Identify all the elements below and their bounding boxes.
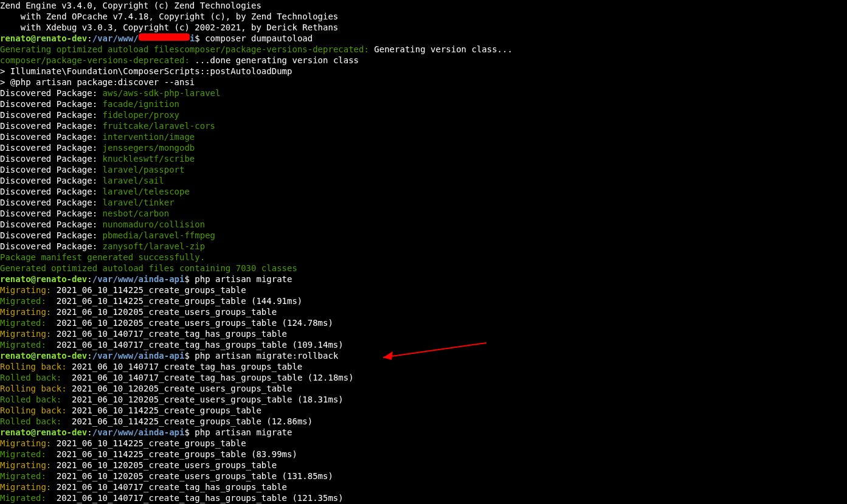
package-discover: > @php artisan package:discover --ansi [0, 77, 195, 87]
migration-line: 2021_06_10_120205_create_users_groups_ta… [46, 318, 333, 328]
terminal[interactable]: Zend Engine v3.4.0, Copyright (c) Zend T… [0, 0, 847, 503]
discovered-package-label: Discovered Package: [0, 165, 103, 174]
rollback-status: Rolling back: [0, 384, 67, 393]
cwd-path: /var/www/ainda-api [92, 351, 185, 361]
discovered-package-label: Discovered Package: [0, 121, 103, 131]
pkg-versions-label: composer/package-versions-deprecated: [179, 44, 369, 54]
prompt-colon: : [87, 351, 92, 361]
rollback-line: 2021_06_10_140717_create_tag_has_groups_… [67, 362, 303, 371]
discovered-package: knuckleswtf/scribe [103, 154, 195, 164]
migration-line: 2021_06_10_114225_create_groups_table [51, 285, 246, 295]
autoload-generated: Generated optimized autoload files conta… [0, 263, 297, 273]
cwd-path: /var/www/ [92, 33, 139, 43]
discovered-package-label: Discovered Package: [0, 154, 103, 164]
migration-line: 2021_06_10_120205_create_users_groups_ta… [46, 471, 333, 481]
discovered-package-label: Discovered Package: [0, 241, 103, 251]
migration-line: 2021_06_10_120205_create_users_groups_ta… [51, 307, 277, 317]
discovered-package-label: Discovered Package: [0, 187, 103, 196]
prompt-user-host: renato@renato-dev [0, 427, 87, 437]
pkg-versions-label: composer/package-versions-deprecated: [0, 55, 190, 65]
migration-line: 2021_06_10_140717_create_tag_has_groups_… [51, 482, 287, 492]
discovered-package: nesbot/carbon [103, 209, 170, 218]
prompt-user-host: renato@renato-dev [0, 33, 87, 43]
prompt-user-host: renato@renato-dev [0, 274, 87, 284]
rollback-line: 2021_06_10_114225_create_groups_table [67, 406, 261, 415]
autoload-gen-files: Generating optimized autoload files [0, 44, 179, 54]
migration-line: 2021_06_10_120205_create_users_groups_ta… [51, 460, 277, 470]
cmd-migrate[interactable]: php artisan migrate [195, 274, 292, 284]
discovered-package: laravel/sail [103, 176, 164, 185]
prompt-user-host: renato@renato-dev [0, 351, 87, 361]
redaction-icon [139, 33, 190, 41]
discovered-package: jenssegers/mongodb [103, 143, 195, 153]
discovered-package-label: Discovered Package: [0, 143, 103, 153]
prompt-dollar: $ [184, 427, 195, 437]
prompt-dollar: $ [195, 33, 205, 43]
rollback-line: 2021_06_10_140717_create_tag_has_groups_… [61, 373, 353, 382]
discovered-package-label: Discovered Package: [0, 110, 103, 120]
discovered-package-label: Discovered Package: [0, 230, 103, 240]
xdebug-line: with Xdebug v3.0.3, Copyright (c) 2002-2… [0, 22, 338, 32]
pkg-versions-msg: Generating version class... [369, 44, 513, 54]
manifest-success: Package manifest generated successfully. [0, 252, 205, 262]
discovered-package: laravel/passport [103, 165, 185, 174]
migration-line: 2021_06_10_140717_create_tag_has_groups_… [51, 329, 287, 339]
migration-line: 2021_06_10_114225_create_groups_table [51, 438, 246, 448]
migration-status: Migrated: [0, 318, 46, 328]
discovered-package-label: Discovered Package: [0, 132, 103, 142]
prompt-colon: : [87, 427, 92, 437]
rollback-line: 2021_06_10_114225_create_groups_table (1… [61, 416, 313, 426]
migration-status: Migrated: [0, 449, 46, 459]
prompt-dollar: $ [184, 351, 195, 361]
discovered-package-label: Discovered Package: [0, 219, 103, 229]
discovered-package-label: Discovered Package: [0, 88, 103, 98]
prompt-colon: : [87, 274, 92, 284]
cwd-path: /var/www/ainda-api [92, 427, 185, 437]
discovered-package: intervention/image [103, 132, 195, 142]
discovered-package: fideloper/proxy [103, 110, 179, 120]
migration-line: 2021_06_10_114225_create_groups_table (1… [46, 296, 302, 306]
rollback-status: Rolling back: [0, 362, 67, 371]
discovered-package: fruitcake/laravel-cors [103, 121, 215, 131]
cmd-migrate2[interactable]: php artisan migrate [195, 427, 292, 437]
discovered-package: facade/ignition [103, 99, 179, 109]
pkg-versions-done: ...done generating version class [190, 55, 359, 65]
discovered-package: laravel/telescope [103, 187, 190, 196]
migration-status: Migrating: [0, 438, 51, 448]
discovered-package-label: Discovered Package: [0, 176, 103, 185]
discovered-package: laravel/tinker [103, 198, 175, 207]
rollback-status: Rolled back: [0, 395, 61, 404]
discovered-package: nunomaduro/collision [103, 219, 206, 229]
discovered-package-label: Discovered Package: [0, 198, 103, 207]
migration-status: Migrating: [0, 285, 51, 295]
migration-status: Migrating: [0, 329, 51, 339]
prompt-dollar: $ [184, 274, 195, 284]
cmd-rollback[interactable]: php artisan migrate:rollback [195, 351, 338, 361]
rollback-status: Rolled back: [0, 373, 61, 382]
prompt-colon: : [87, 33, 92, 43]
discovered-package: zanysoft/laravel-zip [103, 241, 206, 251]
rollback-status: Rolling back: [0, 406, 67, 415]
migration-status: Migrated: [0, 493, 46, 503]
migration-status: Migrating: [0, 460, 51, 470]
discovered-package-label: Discovered Package: [0, 209, 103, 218]
migration-status: Migrating: [0, 307, 51, 317]
post-autoload-dump: > Illuminate\Foundation\ComposerScripts:… [0, 66, 292, 76]
cwd-path: /var/www/ainda-api [92, 274, 185, 284]
migration-line: 2021_06_10_140717_create_tag_has_groups_… [46, 340, 344, 350]
rollback-line: 2021_06_10_120205_create_users_groups_ta… [67, 384, 292, 393]
cmd-dumpautoload[interactable]: composer dumpautoload [205, 33, 313, 43]
migration-status: Migrated: [0, 340, 46, 350]
rollback-line: 2021_06_10_120205_create_users_groups_ta… [61, 395, 344, 404]
discovered-package-label: Discovered Package: [0, 99, 103, 109]
discovered-package: aws/aws-sdk-php-laravel [103, 88, 221, 98]
migration-status: Migrating: [0, 482, 51, 492]
migration-status: Migrated: [0, 471, 46, 481]
opcache-line: with Zend OPcache v7.4.18, Copyright (c)… [0, 12, 338, 21]
rollback-status: Rolled back: [0, 416, 61, 426]
discovered-package: pbmedia/laravel-ffmpeg [103, 230, 215, 240]
migration-line: 2021_06_10_114225_create_groups_table (8… [46, 449, 297, 459]
migration-line: 2021_06_10_140717_create_tag_has_groups_… [46, 493, 344, 503]
zend-engine-line: Zend Engine v3.4.0, Copyright (c) Zend T… [0, 1, 261, 10]
migration-status: Migrated: [0, 296, 46, 306]
